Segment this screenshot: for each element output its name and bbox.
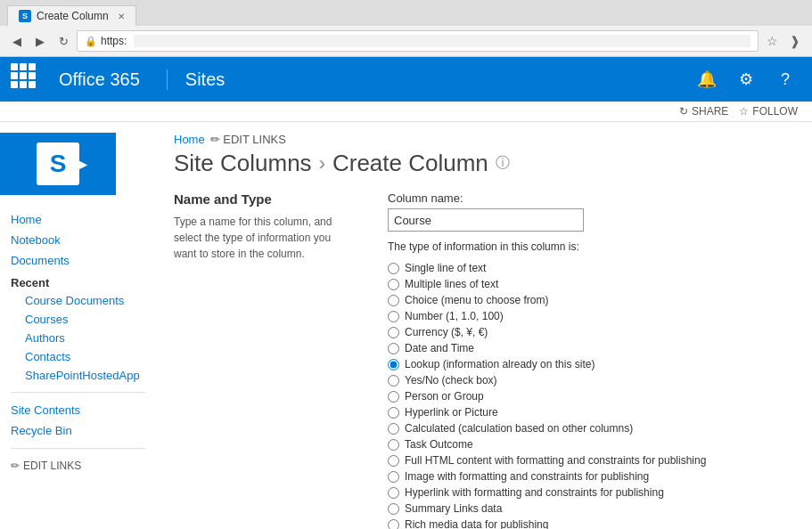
sidebar-item-recycle-bin[interactable]: Recycle Bin	[11, 420, 145, 441]
column-type-label-13[interactable]: Image with formatting and constraints fo…	[405, 470, 649, 483]
main-layout: S ▸ Home Notebook Documents Recent Cours…	[0, 122, 812, 529]
list-item: Calculated (calculation based on other c…	[388, 420, 794, 436]
column-name-label: Column name:	[388, 191, 794, 205]
sp-logo-arrow-icon: ▸	[78, 153, 86, 175]
list-item: Image with formatting and constraints fo…	[388, 468, 794, 484]
sp-subheader: ↻ SHARE ☆ FOLLOW	[0, 102, 812, 122]
column-type-label-6[interactable]: Lookup (information already on this site…	[405, 358, 595, 370]
address-bar[interactable]: 🔒 https:	[77, 30, 759, 52]
column-name-input[interactable]	[388, 208, 584, 232]
browser-nav: ◀ ▶ ↻ 🔒 https: ☆ ❱	[0, 26, 812, 56]
sidebar-divider	[11, 392, 145, 393]
follow-icon: ☆	[739, 105, 749, 118]
column-type-label-5[interactable]: Date and Time	[405, 342, 474, 354]
browser-extra-icon[interactable]: ❱	[785, 31, 805, 51]
back-button[interactable]: ◀	[7, 31, 27, 51]
column-type-radio-6[interactable]	[388, 359, 399, 370]
pencil-icon: ✏	[11, 460, 20, 472]
list-item: Multiple lines of text	[388, 276, 794, 292]
follow-label: FOLLOW	[752, 105, 798, 118]
list-item: Number (1, 1.0, 100)	[388, 308, 794, 324]
column-type-radio-16[interactable]	[388, 519, 399, 530]
form-section: Name and Type Type a name for this colum…	[174, 191, 794, 529]
app-launcher-button[interactable]	[11, 63, 43, 95]
column-type-label-2[interactable]: Choice (menu to choose from)	[405, 294, 548, 306]
bookmark-star-icon[interactable]: ☆	[762, 31, 782, 51]
title-separator-icon: ›	[319, 152, 325, 175]
list-item: Hyperlink or Picture	[388, 404, 794, 420]
help-button[interactable]: ?	[769, 63, 801, 95]
column-type-radio-4[interactable]	[388, 327, 399, 338]
column-type-radio-13[interactable]	[388, 471, 399, 483]
column-type-radio-15[interactable]	[388, 503, 399, 515]
sidebar-recent-label: Recent	[11, 271, 145, 291]
type-info-text: The type of information in this column i…	[388, 240, 794, 253]
list-item: Date and Time	[388, 340, 794, 356]
column-type-label-11[interactable]: Task Outcome	[405, 438, 473, 451]
breadcrumb-edit-links[interactable]: ✏ EDIT LINKS	[210, 133, 286, 146]
breadcrumb-pencil-icon: ✏	[210, 133, 220, 146]
sidebar-item-course-documents[interactable]: Course Documents	[11, 291, 145, 310]
column-type-radio-14[interactable]	[388, 487, 399, 499]
browser-tab[interactable]: S Create Column ✕	[7, 5, 136, 26]
browser-tab-bar: S Create Column ✕	[0, 0, 812, 26]
column-type-label-4[interactable]: Currency ($, ¥, €)	[405, 326, 488, 338]
column-type-radio-0[interactable]	[388, 263, 399, 274]
column-type-label-10[interactable]: Calculated (calculation based on other c…	[405, 422, 633, 435]
list-item: Hyperlink with formatting and constraint…	[388, 484, 794, 501]
list-item: Rich media data for publishing	[388, 517, 794, 529]
column-type-label-7[interactable]: Yes/No (check box)	[405, 374, 497, 387]
column-type-label-1[interactable]: Multiple lines of text	[405, 278, 498, 290]
notifications-button[interactable]: 🔔	[691, 63, 723, 95]
page-title-part1: Site Columns	[174, 150, 312, 177]
sidebar-item-documents[interactable]: Documents	[11, 250, 145, 271]
forward-button[interactable]: ▶	[30, 31, 50, 51]
url-text: https:	[101, 35, 127, 47]
column-type-label-0[interactable]: Single line of text	[405, 262, 486, 274]
content-area: Home ✏ EDIT LINKS Site Columns › Create …	[156, 122, 812, 529]
sidebar-item-sharepointhostedapp[interactable]: SharePointHostedApp	[11, 366, 145, 385]
tab-icon: S	[19, 10, 31, 22]
sidebar-item-home[interactable]: Home	[11, 209, 145, 230]
breadcrumb-home[interactable]: Home	[174, 133, 205, 146]
share-button[interactable]: ↻ SHARE	[679, 105, 728, 118]
o365-sites-label[interactable]: Sites	[167, 69, 225, 90]
column-type-label-9[interactable]: Hyperlink or Picture	[405, 406, 498, 419]
sidebar-item-site-contents[interactable]: Site Contents	[11, 400, 145, 420]
column-type-label-3[interactable]: Number (1, 1.0, 100)	[405, 310, 504, 322]
sidebar-item-authors[interactable]: Authors	[11, 329, 145, 347]
refresh-button[interactable]: ↻	[53, 31, 73, 51]
column-type-label-12[interactable]: Full HTML content with formatting and co…	[405, 454, 706, 467]
sidebar-item-notebook[interactable]: Notebook	[11, 230, 145, 250]
list-item: Currency ($, ¥, €)	[388, 324, 794, 340]
page-info-icon[interactable]: ⓘ	[496, 154, 510, 173]
sidebar-edit-links-button[interactable]: ✏ EDIT LINKS	[11, 456, 145, 476]
sidebar-divider-2	[11, 448, 145, 449]
sidebar-nav: Home Notebook Documents Recent Course Do…	[0, 209, 156, 476]
column-type-label-8[interactable]: Person or Group	[405, 390, 484, 403]
column-type-radio-9[interactable]	[388, 407, 399, 419]
column-type-label-14[interactable]: Hyperlink with formatting and constraint…	[405, 486, 664, 499]
edit-links-label: EDIT LINKS	[23, 460, 81, 472]
settings-button[interactable]: ⚙	[730, 63, 762, 95]
section-description: Type a name for this column, and select …	[174, 214, 352, 262]
tab-close-button[interactable]: ✕	[118, 12, 125, 21]
browser-chrome: S Create Column ✕ ◀ ▶ ↻ 🔒 https: ☆ ❱	[0, 0, 812, 57]
column-type-radio-2[interactable]	[388, 295, 399, 306]
o365-topbar: Office 365 Sites 🔔 ⚙ ?	[0, 57, 812, 102]
column-type-radio-11[interactable]	[388, 439, 399, 451]
column-type-radio-3[interactable]	[388, 311, 399, 322]
column-type-radio-1[interactable]	[388, 279, 399, 290]
column-type-radio-12[interactable]	[388, 455, 399, 467]
column-type-radio-7[interactable]	[388, 375, 399, 387]
column-type-label-16[interactable]: Rich media data for publishing	[405, 518, 548, 529]
column-type-radio-8[interactable]	[388, 391, 399, 403]
column-type-radio-10[interactable]	[388, 423, 399, 435]
column-type-radio-5[interactable]	[388, 343, 399, 354]
column-type-label-15[interactable]: Summary Links data	[405, 502, 502, 515]
follow-button[interactable]: ☆ FOLLOW	[739, 105, 798, 118]
sidebar-item-contacts[interactable]: Contacts	[11, 347, 145, 366]
list-item: Lookup (information already on this site…	[388, 356, 794, 372]
sidebar-item-courses[interactable]: Courses	[11, 310, 145, 329]
page-title: Site Columns › Create Column ⓘ	[174, 150, 794, 177]
